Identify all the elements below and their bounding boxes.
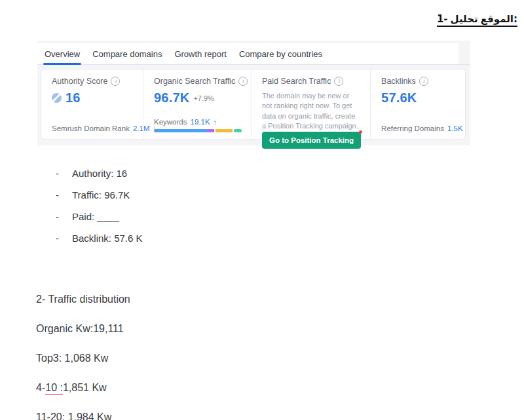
- heading-word1: تحليل: [451, 13, 478, 25]
- range-post: 1,851 Kw: [63, 382, 107, 393]
- backlinks-title: Backlinks i: [381, 77, 463, 86]
- section1-heading: 1-تحليلالموقع:: [437, 13, 517, 27]
- backlinks-card: Backlinks i 57.6K Referring Domains 1.5K: [370, 69, 472, 139]
- list-item: - Traffic: 96.7K: [56, 189, 143, 201]
- bullet-marker: -: [56, 189, 72, 201]
- backlinks-value[interactable]: 57.6K: [381, 90, 417, 105]
- tab-compare-domains[interactable]: Compare domains: [92, 43, 162, 64]
- tab-compare-by-countries[interactable]: Compare by countries: [239, 43, 322, 64]
- organic-traffic-card: Organic Search Traffic i 96.7K +7.9% Key…: [143, 69, 251, 139]
- spellcheck-underline: 10 :: [45, 382, 63, 395]
- info-icon[interactable]: i: [111, 77, 120, 86]
- paid-traffic-title: Paid Search Traffic i: [262, 77, 361, 86]
- bullet-marker: -: [56, 211, 72, 223]
- info-icon[interactable]: i: [419, 77, 428, 86]
- keywords-value[interactable]: 19.1K: [191, 118, 210, 126]
- traffic-distribution-section: 2- Traffic distribution Organic Kw:19,11…: [36, 293, 130, 420]
- keywords-bar-segment-purple: [207, 129, 214, 132]
- info-icon[interactable]: i: [334, 77, 343, 86]
- paid-traffic-label: Paid Search Traffic: [262, 77, 331, 86]
- keywords-bar-segment-blue: [154, 129, 207, 132]
- heading-number: 1-: [437, 13, 448, 25]
- bullet-text: Authority: 16: [72, 168, 127, 180]
- section2-title: 2- Traffic distribution: [36, 293, 130, 305]
- bullet-marker: -: [56, 168, 72, 180]
- bullet-marker: -: [56, 233, 72, 244]
- organic-traffic-delta: +7.9%: [193, 94, 214, 102]
- referring-domains-value[interactable]: 1.5K: [447, 124, 463, 132]
- keywords-bar-segment-green: [234, 129, 242, 132]
- trend-up-icon: ↑: [214, 118, 217, 126]
- top3-line: Top3: 1,068 Kw: [36, 352, 130, 364]
- keywords-bar-segment-yellow: [215, 129, 233, 132]
- authority-gauge-icon: [52, 93, 62, 103]
- info-icon[interactable]: i: [238, 77, 248, 86]
- semrush-overview-panel: Overview Compare domains Growth report C…: [37, 41, 470, 145]
- panel-corner-spacer: [458, 43, 470, 64]
- referring-domains-label: Referring Domains: [381, 124, 444, 132]
- range-11-20-line: 11-20: 1,984 Kw: [36, 411, 130, 420]
- range-4-10-line: 4-10 :1,851 Kw: [36, 381, 130, 394]
- tab-bar: Overview Compare domains Growth report C…: [37, 43, 470, 65]
- organic-kw-line: Organic Kw:19,111: [36, 322, 130, 335]
- keywords-bar: [154, 129, 242, 132]
- summary-bullet-list: - Authority: 16 - Traffic: 96.7K - Paid:…: [56, 168, 143, 254]
- authority-score-title: Authority Score i: [52, 77, 134, 86]
- authority-score-card: Authority Score i 16 Semrush Domain Rank…: [41, 69, 143, 139]
- list-item: - Authority: 16: [56, 168, 143, 180]
- tab-growth-report[interactable]: Growth report: [174, 43, 226, 64]
- range-pre: 4-: [36, 382, 45, 393]
- authority-score-value[interactable]: 16: [66, 90, 81, 105]
- organic-traffic-label: Organic Search Traffic: [154, 77, 235, 86]
- bullet-text: Paid: ____: [72, 211, 119, 223]
- list-item: - Backlink: 57.6 K: [56, 233, 143, 244]
- tab-overview[interactable]: Overview: [45, 43, 80, 64]
- organic-traffic-value[interactable]: 96.7K: [154, 90, 189, 105]
- bullet-text: Traffic: 96.7K: [72, 189, 130, 201]
- list-item: - Paid: ____: [56, 211, 143, 223]
- paid-traffic-description: The domain may be new or not ranking rig…: [262, 91, 361, 132]
- bullet-text: Backlink: 57.6 K: [72, 233, 143, 244]
- notification-dot: [359, 130, 362, 134]
- authority-score-label: Authority Score: [52, 77, 107, 86]
- metrics-card: Authority Score i 16 Semrush Domain Rank…: [41, 69, 466, 140]
- heading-word2: الموقع: [481, 13, 514, 25]
- heading-colon: :: [514, 13, 517, 25]
- paid-traffic-card: Paid Search Traffic i The domain may be …: [251, 69, 370, 139]
- button-label: Go to Position Tracking: [269, 136, 354, 144]
- backlinks-label: Backlinks: [381, 77, 416, 86]
- organic-traffic-title: Organic Search Traffic i: [154, 77, 242, 86]
- keywords-label: Keywords: [154, 118, 187, 126]
- domain-rank-label: Semrush Domain Rank: [52, 124, 130, 132]
- go-to-position-tracking-button[interactable]: Go to Position Tracking: [262, 132, 361, 149]
